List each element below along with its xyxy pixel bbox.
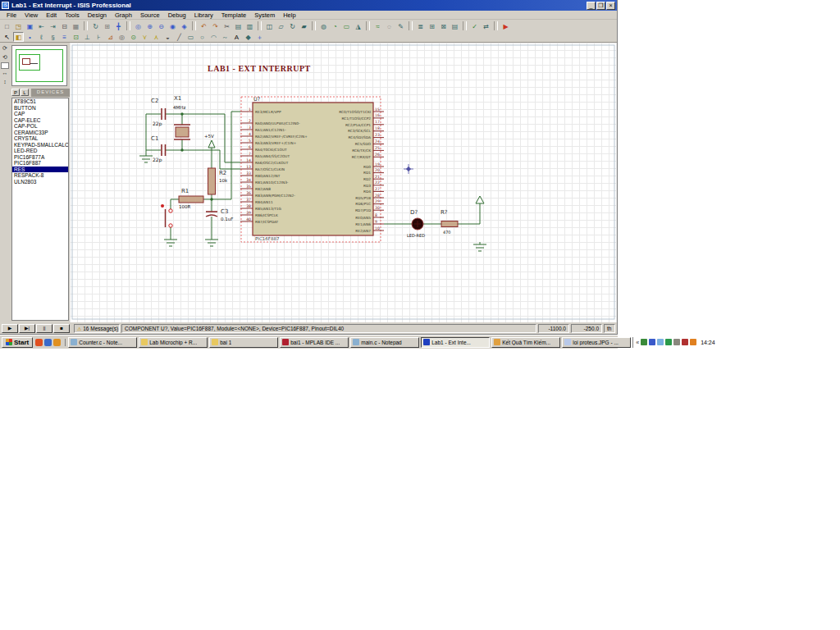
start-button[interactable]: Start — [2, 337, 33, 348]
device-item-led-red[interactable]: LED-RED — [12, 148, 68, 154]
resistor-r2[interactable] — [208, 168, 216, 194]
path-2d-button[interactable]: ～ — [220, 32, 231, 42]
tray-gray-icon[interactable] — [673, 339, 680, 345]
device-item-cap[interactable]: CAP — [12, 111, 68, 117]
rotation-angle-field[interactable] — [1, 62, 9, 69]
sim-pause-button[interactable]: || — [36, 324, 52, 333]
resistor-r1[interactable] — [179, 196, 203, 203]
capacitor-c3[interactable] — [206, 212, 217, 217]
label-c2-ref[interactable]: C2 — [151, 98, 158, 104]
label-x1-val[interactable]: 4MHz — [173, 105, 185, 110]
task-button-isis[interactable]: Lab1 - Ext Inte... — [421, 337, 490, 348]
label-c3-val[interactable]: 0.1uF — [221, 217, 233, 221]
task-button-folder[interactable]: Lab Microchip + R... — [139, 337, 208, 348]
power-terminal-5v[interactable] — [208, 140, 215, 148]
label-c1-val[interactable]: 22p — [153, 157, 162, 163]
mirror-vertical-button[interactable]: ↕ — [1, 78, 9, 86]
device-item-button[interactable]: BUTTON — [12, 105, 68, 112]
mirror-horizontal-button[interactable]: ↔ — [1, 69, 9, 77]
toggle-grid-button[interactable]: ⊞ — [102, 21, 112, 31]
label-d-ref[interactable]: D? — [410, 209, 418, 216]
task-button-image[interactable]: loi proteus.JPG - ... — [562, 337, 631, 348]
label-x1-ref[interactable]: X1 — [174, 95, 181, 102]
zoom-in-button[interactable]: ⊕ — [144, 21, 155, 31]
menu-view[interactable]: View — [21, 11, 42, 19]
device-item-keypad-smallcalc[interactable]: KEYPAD-SMALLCALC — [12, 142, 68, 148]
tray-green-icon[interactable] — [641, 339, 647, 345]
menu-debug[interactable]: Debug — [164, 11, 190, 19]
power-terminal-led[interactable] — [476, 196, 484, 203]
label-c2-val[interactable]: 22p — [153, 121, 162, 127]
block-copy-button[interactable]: ◫ — [264, 21, 275, 31]
label-vcc[interactable]: +5V — [204, 134, 214, 139]
label-r2-val[interactable]: 10k — [219, 178, 228, 183]
rotate-ccw-button[interactable]: ⟲ — [1, 53, 9, 62]
terminal-button[interactable]: ⊥ — [82, 32, 93, 42]
block-rotate-button[interactable]: ↻ — [287, 21, 298, 31]
search-tag-button[interactable]: ◌ — [384, 21, 395, 31]
task-button-search[interactable]: Kết Quả Tìm Kiếm... — [491, 337, 560, 348]
menu-design[interactable]: Design — [84, 11, 111, 19]
subcircuit-button[interactable]: ⊡ — [71, 32, 81, 42]
menu-library[interactable]: Library — [190, 11, 217, 19]
message-counter[interactable]: ⚠ 16 Message(s) — [74, 324, 120, 333]
generator-button[interactable]: ⊙ — [128, 32, 139, 42]
new-sheet-button[interactable]: ⊞ — [427, 21, 437, 31]
title-bar[interactable]: IS Lab1 - Ext Interrupt - ISIS Professio… — [0, 0, 617, 11]
wire-label-button[interactable]: ℓ — [36, 32, 47, 42]
redo-button[interactable]: ↷ — [210, 21, 221, 31]
circle-2d-button[interactable]: ○ — [197, 32, 208, 42]
menu-system[interactable]: System — [250, 11, 279, 19]
arc-2d-button[interactable]: ◠ — [208, 32, 219, 42]
tray-red-icon[interactable] — [682, 339, 688, 345]
show-desktop-icon[interactable] — [44, 339, 52, 346]
text-2d-button[interactable]: A — [231, 32, 242, 42]
sim-stop-button[interactable]: ■ — [53, 324, 70, 333]
component-mode-button[interactable]: ◧ — [13, 32, 24, 42]
toggle-origin-button[interactable]: ╋ — [113, 21, 124, 31]
virtual-instrument-button[interactable]: ◒ — [162, 32, 173, 42]
device-item-cap-elec[interactable]: CAP-ELEC — [12, 117, 68, 124]
electrical-check-button[interactable]: ✓ — [469, 21, 480, 31]
label-rled-ref[interactable]: R? — [441, 209, 448, 216]
led-d[interactable] — [412, 218, 423, 230]
text-script-button[interactable]: § — [48, 32, 58, 42]
save-design-button[interactable]: ▣ — [25, 21, 35, 31]
block-move-button[interactable]: ▱ — [276, 21, 286, 31]
zoom-all-button[interactable]: ◉ — [167, 21, 178, 31]
device-item-pic16f877a[interactable]: PIC16F877A — [12, 154, 68, 161]
remove-sheet-button[interactable]: ⊠ — [438, 21, 449, 31]
symbol-2d-button[interactable]: ◆ — [243, 32, 253, 42]
tray-orange-icon[interactable] — [690, 339, 696, 345]
menu-file[interactable]: File — [2, 11, 21, 19]
goto-sheet-button[interactable]: ▤ — [450, 21, 460, 31]
rotate-cw-button[interactable]: ⟳ — [1, 44, 9, 52]
voltage-probe-button[interactable]: ⋎ — [139, 32, 150, 42]
simulate-button[interactable]: ▶ — [500, 21, 511, 31]
sim-step-button[interactable]: ▶| — [19, 324, 35, 333]
print-button[interactable]: ⊟ — [59, 21, 70, 31]
block-delete-button[interactable]: ▰ — [299, 21, 309, 31]
cut-button[interactable]: ✂ — [221, 21, 232, 31]
schematic-canvas[interactable]: LAB1 - EXT INTERRUPT — [70, 43, 617, 322]
library-manager-button[interactable]: L — [21, 89, 29, 96]
capacitor-c1[interactable] — [162, 144, 166, 156]
task-button-notepad[interactable]: main.c - Notepad — [350, 337, 419, 348]
pick-devices-button[interactable]: P — [11, 89, 20, 96]
overview-window[interactable] — [11, 45, 67, 86]
design-explorer-button[interactable]: ≣ — [415, 21, 426, 31]
label-u-device[interactable]: PIC16F887 — [255, 236, 280, 241]
menu-source[interactable]: Source — [136, 11, 164, 19]
line-2d-button[interactable]: ╱ — [174, 32, 185, 42]
packaging-tool-button[interactable]: ▭ — [341, 21, 352, 31]
capacitor-c2[interactable] — [162, 108, 166, 120]
junction-dot-button[interactable]: • — [25, 32, 35, 42]
resistor-rled[interactable] — [441, 221, 458, 227]
browser-icon[interactable] — [35, 339, 43, 346]
tape-recorder-button[interactable]: ◎ — [116, 32, 127, 42]
device-item-uln2803[interactable]: ULN2803 — [12, 179, 68, 185]
label-rled-val[interactable]: 470 — [443, 230, 451, 235]
label-r1-val[interactable]: 100R — [179, 204, 190, 209]
task-button-mplab[interactable]: bai1 - MPLAB IDE ... — [280, 337, 349, 348]
close-button[interactable]: × — [606, 2, 615, 10]
